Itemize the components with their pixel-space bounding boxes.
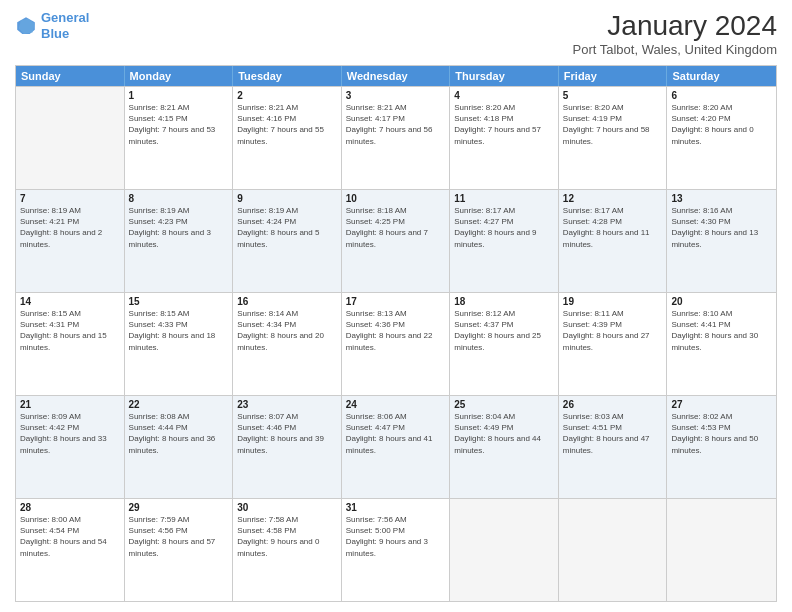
cell-info: Sunrise: 8:00 AMSunset: 4:54 PMDaylight:… (20, 514, 120, 559)
calendar-cell: 30 Sunrise: 7:58 AMSunset: 4:58 PMDaylig… (233, 499, 342, 601)
calendar-body: 1 Sunrise: 8:21 AMSunset: 4:15 PMDayligh… (16, 86, 776, 601)
cell-date: 4 (454, 90, 554, 101)
calendar-cell: 22 Sunrise: 8:08 AMSunset: 4:44 PMDaylig… (125, 396, 234, 498)
cell-info: Sunrise: 8:20 AMSunset: 4:20 PMDaylight:… (671, 102, 772, 147)
calendar-cell: 5 Sunrise: 8:20 AMSunset: 4:19 PMDayligh… (559, 87, 668, 189)
calendar-cell: 2 Sunrise: 8:21 AMSunset: 4:16 PMDayligh… (233, 87, 342, 189)
cell-date: 7 (20, 193, 120, 204)
calendar-cell (450, 499, 559, 601)
calendar-cell: 19 Sunrise: 8:11 AMSunset: 4:39 PMDaylig… (559, 293, 668, 395)
cell-date: 22 (129, 399, 229, 410)
calendar-cell: 13 Sunrise: 8:16 AMSunset: 4:30 PMDaylig… (667, 190, 776, 292)
cell-info: Sunrise: 8:03 AMSunset: 4:51 PMDaylight:… (563, 411, 663, 456)
cell-date: 17 (346, 296, 446, 307)
cell-info: Sunrise: 8:15 AMSunset: 4:33 PMDaylight:… (129, 308, 229, 353)
calendar-week-4: 21 Sunrise: 8:09 AMSunset: 4:42 PMDaylig… (16, 395, 776, 498)
logo-icon (15, 15, 37, 37)
calendar-cell: 15 Sunrise: 8:15 AMSunset: 4:33 PMDaylig… (125, 293, 234, 395)
page: General Blue January 2024 Port Talbot, W… (0, 0, 792, 612)
cell-date: 16 (237, 296, 337, 307)
day-header-thursday: Thursday (450, 66, 559, 86)
cell-info: Sunrise: 8:02 AMSunset: 4:53 PMDaylight:… (671, 411, 772, 456)
cell-date: 29 (129, 502, 229, 513)
calendar-cell: 4 Sunrise: 8:20 AMSunset: 4:18 PMDayligh… (450, 87, 559, 189)
calendar-cell: 9 Sunrise: 8:19 AMSunset: 4:24 PMDayligh… (233, 190, 342, 292)
day-header-saturday: Saturday (667, 66, 776, 86)
calendar-cell: 6 Sunrise: 8:20 AMSunset: 4:20 PMDayligh… (667, 87, 776, 189)
cell-info: Sunrise: 8:16 AMSunset: 4:30 PMDaylight:… (671, 205, 772, 250)
month-title: January 2024 (573, 10, 778, 42)
cell-date: 9 (237, 193, 337, 204)
cell-info: Sunrise: 7:58 AMSunset: 4:58 PMDaylight:… (237, 514, 337, 559)
cell-info: Sunrise: 8:06 AMSunset: 4:47 PMDaylight:… (346, 411, 446, 456)
cell-date: 8 (129, 193, 229, 204)
cell-info: Sunrise: 8:14 AMSunset: 4:34 PMDaylight:… (237, 308, 337, 353)
cell-date: 24 (346, 399, 446, 410)
calendar-cell: 18 Sunrise: 8:12 AMSunset: 4:37 PMDaylig… (450, 293, 559, 395)
calendar-cell: 23 Sunrise: 8:07 AMSunset: 4:46 PMDaylig… (233, 396, 342, 498)
calendar-week-1: 1 Sunrise: 8:21 AMSunset: 4:15 PMDayligh… (16, 86, 776, 189)
header: General Blue January 2024 Port Talbot, W… (15, 10, 777, 57)
calendar-cell: 27 Sunrise: 8:02 AMSunset: 4:53 PMDaylig… (667, 396, 776, 498)
cell-date: 1 (129, 90, 229, 101)
calendar-cell: 7 Sunrise: 8:19 AMSunset: 4:21 PMDayligh… (16, 190, 125, 292)
cell-date: 11 (454, 193, 554, 204)
calendar-week-3: 14 Sunrise: 8:15 AMSunset: 4:31 PMDaylig… (16, 292, 776, 395)
calendar-cell (667, 499, 776, 601)
cell-info: Sunrise: 8:04 AMSunset: 4:49 PMDaylight:… (454, 411, 554, 456)
calendar-cell: 17 Sunrise: 8:13 AMSunset: 4:36 PMDaylig… (342, 293, 451, 395)
calendar-cell: 12 Sunrise: 8:17 AMSunset: 4:28 PMDaylig… (559, 190, 668, 292)
day-header-tuesday: Tuesday (233, 66, 342, 86)
cell-date: 28 (20, 502, 120, 513)
cell-info: Sunrise: 8:15 AMSunset: 4:31 PMDaylight:… (20, 308, 120, 353)
title-block: January 2024 Port Talbot, Wales, United … (573, 10, 778, 57)
cell-info: Sunrise: 8:11 AMSunset: 4:39 PMDaylight:… (563, 308, 663, 353)
cell-date: 25 (454, 399, 554, 410)
calendar-cell: 10 Sunrise: 8:18 AMSunset: 4:25 PMDaylig… (342, 190, 451, 292)
location: Port Talbot, Wales, United Kingdom (573, 42, 778, 57)
calendar-cell: 25 Sunrise: 8:04 AMSunset: 4:49 PMDaylig… (450, 396, 559, 498)
cell-info: Sunrise: 8:09 AMSunset: 4:42 PMDaylight:… (20, 411, 120, 456)
calendar-week-2: 7 Sunrise: 8:19 AMSunset: 4:21 PMDayligh… (16, 189, 776, 292)
cell-info: Sunrise: 8:20 AMSunset: 4:19 PMDaylight:… (563, 102, 663, 147)
calendar: Sunday Monday Tuesday Wednesday Thursday… (15, 65, 777, 602)
day-header-monday: Monday (125, 66, 234, 86)
calendar-cell: 26 Sunrise: 8:03 AMSunset: 4:51 PMDaylig… (559, 396, 668, 498)
calendar-cell: 16 Sunrise: 8:14 AMSunset: 4:34 PMDaylig… (233, 293, 342, 395)
cell-info: Sunrise: 8:19 AMSunset: 4:23 PMDaylight:… (129, 205, 229, 250)
cell-info: Sunrise: 8:19 AMSunset: 4:24 PMDaylight:… (237, 205, 337, 250)
calendar-cell: 8 Sunrise: 8:19 AMSunset: 4:23 PMDayligh… (125, 190, 234, 292)
cell-date: 10 (346, 193, 446, 204)
cell-date: 21 (20, 399, 120, 410)
logo-line2: Blue (41, 26, 69, 41)
cell-info: Sunrise: 8:21 AMSunset: 4:15 PMDaylight:… (129, 102, 229, 147)
cell-date: 31 (346, 502, 446, 513)
cell-info: Sunrise: 8:10 AMSunset: 4:41 PMDaylight:… (671, 308, 772, 353)
calendar-cell: 31 Sunrise: 7:56 AMSunset: 5:00 PMDaylig… (342, 499, 451, 601)
cell-date: 14 (20, 296, 120, 307)
cell-date: 5 (563, 90, 663, 101)
cell-date: 18 (454, 296, 554, 307)
calendar-cell: 29 Sunrise: 7:59 AMSunset: 4:56 PMDaylig… (125, 499, 234, 601)
cell-date: 13 (671, 193, 772, 204)
cell-date: 19 (563, 296, 663, 307)
cell-info: Sunrise: 8:17 AMSunset: 4:28 PMDaylight:… (563, 205, 663, 250)
calendar-cell: 28 Sunrise: 8:00 AMSunset: 4:54 PMDaylig… (16, 499, 125, 601)
cell-date: 12 (563, 193, 663, 204)
cell-date: 26 (563, 399, 663, 410)
cell-info: Sunrise: 8:18 AMSunset: 4:25 PMDaylight:… (346, 205, 446, 250)
calendar-cell: 1 Sunrise: 8:21 AMSunset: 4:15 PMDayligh… (125, 87, 234, 189)
cell-info: Sunrise: 8:08 AMSunset: 4:44 PMDaylight:… (129, 411, 229, 456)
logo-line1: General (41, 10, 89, 25)
cell-info: Sunrise: 8:12 AMSunset: 4:37 PMDaylight:… (454, 308, 554, 353)
calendar-cell: 3 Sunrise: 8:21 AMSunset: 4:17 PMDayligh… (342, 87, 451, 189)
logo: General Blue (15, 10, 89, 41)
calendar-cell (16, 87, 125, 189)
cell-date: 20 (671, 296, 772, 307)
cell-info: Sunrise: 7:56 AMSunset: 5:00 PMDaylight:… (346, 514, 446, 559)
calendar-cell: 11 Sunrise: 8:17 AMSunset: 4:27 PMDaylig… (450, 190, 559, 292)
cell-date: 3 (346, 90, 446, 101)
day-header-wednesday: Wednesday (342, 66, 451, 86)
cell-info: Sunrise: 8:21 AMSunset: 4:17 PMDaylight:… (346, 102, 446, 147)
cell-date: 30 (237, 502, 337, 513)
